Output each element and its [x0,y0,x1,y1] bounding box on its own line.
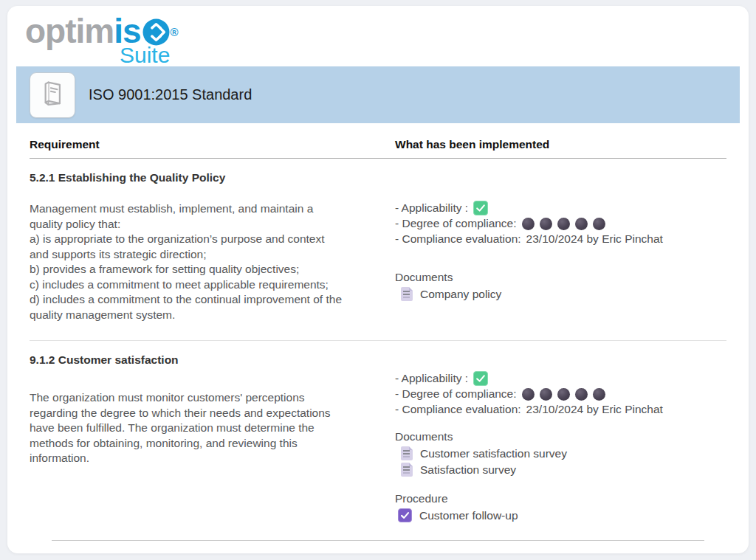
procedure-checkbox-icon [398,508,412,522]
documents-group: Documents Company policy [395,270,726,301]
requirement-text: Management must establish, implement, an… [30,201,382,322]
documents-label: Documents [395,270,726,285]
section-title: 5.2.1 Establishing the Quality Policy [30,171,395,184]
compliance-value: 23/10/2024 by Eric Pinchat [526,403,663,416]
bottom-divider [52,540,704,541]
applicability-row: - Applicability : [395,371,726,386]
procedure-name: Customer follow-up [419,509,518,522]
book-icon [36,77,69,113]
logo-suite-label: Suite [120,43,749,68]
standard-icon-button[interactable] [30,72,75,118]
degree-of-compliance-row: - Degree of compliance: [395,387,726,401]
documents-group: Documents Customer satisfaction survey S… [395,429,726,477]
section-title: 9.1.2 Customer satisfaction [30,353,395,367]
main-window: optimis ® Suite [7,6,749,553]
app-logo: optimis ® Suite [7,6,749,63]
compliance-dot-icon [557,388,570,401]
compliance-dot-icon [540,218,552,230]
degree-of-compliance-row: - Degree of compliance: [395,216,726,231]
logo-text-optim: optim [25,13,114,49]
document-icon [401,463,413,477]
compliance-dot-icon [575,388,588,401]
document-link[interactable]: Satisfaction survey [395,463,726,477]
compliance-label: - Compliance evaluation: [395,403,521,416]
procedure-link[interactable]: Customer follow-up [395,508,726,522]
document-name: Customer satisfaction survey [420,447,567,460]
compliance-evaluation-row: - Compliance evaluation: 23/10/2024 by E… [395,402,726,417]
document-icon [401,287,413,301]
requirement-section-521: 5.2.1 Establishing the Quality Policy Ma… [30,159,726,341]
applicability-label: - Applicability : [395,201,468,215]
compliance-evaluation-row: - Compliance evaluation: 23/10/2024 by E… [395,232,726,246]
compliance-dot-icon [557,218,570,230]
table-header-row: Requirement What has been implemented [30,138,726,159]
compliance-dot-icon [575,218,588,230]
column-header-requirement: Requirement [30,138,395,151]
column-header-implemented: What has been implemented [395,138,726,151]
compliance-dots [522,388,605,401]
compliance-dots [522,218,605,230]
documents-label: Documents [395,429,726,444]
applicability-checkbox-icon [473,201,488,215]
applicability-checkbox-icon [473,371,488,386]
compliance-dot-icon [540,388,552,401]
page-title: ISO 9001:2015 Standard [89,86,252,103]
document-icon [401,446,413,460]
compliance-dot-icon [522,388,535,401]
compliance-dot-icon [522,218,535,230]
applicability-label: - Applicability : [395,372,468,385]
compliance-value: 23/10/2024 by Eric Pinchat [526,232,663,246]
document-link[interactable]: Company policy [395,287,726,301]
compliance-dot-icon [593,388,605,401]
compliance-label: - Compliance evaluation: [395,232,521,246]
applicability-row: - Applicability : [395,201,726,215]
compliance-dot-icon [593,218,605,230]
compass-icon [142,18,170,46]
requirement-text: The organization must monitor customers'… [30,390,382,466]
registered-trademark: ® [171,15,179,50]
document-name: Satisfaction survey [420,463,516,477]
document-link[interactable]: Customer satisfaction survey [395,446,726,460]
page-header-banner: ISO 9001:2015 Standard [16,66,740,123]
procedure-label: Procedure [395,491,726,506]
document-name: Company policy [420,288,501,301]
degree-label: - Degree of compliance: [395,217,517,230]
requirement-section-912: 9.1.2 Customer satisfaction The organiza… [30,341,726,540]
procedure-group: Procedure Customer follow-up [395,491,726,522]
degree-label: - Degree of compliance: [395,387,517,401]
